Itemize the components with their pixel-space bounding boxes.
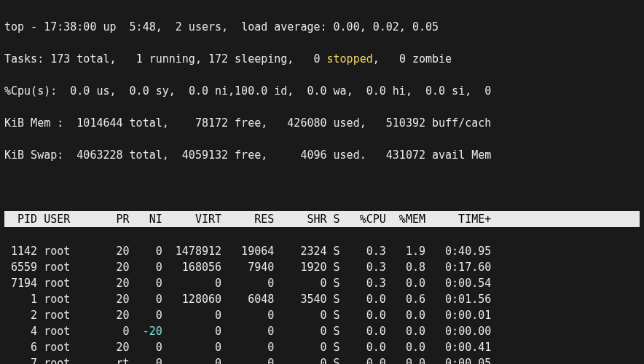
summary-line-tasks: Tasks: 173 total, 1 running, 172 sleepin… xyxy=(4,51,640,67)
table-row: 6 root 20 0 0 0 0 S 0.0 0.0 0:00.41 xyxy=(4,339,640,355)
column-header[interactable]: PID USER PR NI VIRT RES SHR S %CPU %MEM … xyxy=(4,211,640,227)
process-list: 1142 root 20 0 1478912 19064 2324 S 0.3 … xyxy=(4,243,640,364)
table-row: 1 root 20 0 128060 6048 3540 S 0.0 0.6 0… xyxy=(4,291,640,307)
blank-line xyxy=(4,179,640,195)
table-row: 7194 root 20 0 0 0 0 S 0.3 0.0 0:00.54 xyxy=(4,275,640,291)
table-row: 6559 root 20 0 168056 7940 1920 S 0.3 0.… xyxy=(4,259,640,275)
table-row: 4 root 0 -20 0 0 0 S 0.0 0.0 0:00.00 xyxy=(4,323,640,339)
stopped-highlight: stopped xyxy=(327,52,373,66)
summary-line-mem: KiB Mem : 1014644 total, 78172 free, 426… xyxy=(4,115,640,131)
summary-line-uptime: top - 17:38:00 up 5:48, 2 users, load av… xyxy=(4,19,640,35)
table-row: 2 root 20 0 0 0 0 S 0.0 0.0 0:00.01 xyxy=(4,307,640,323)
summary-line-swap: KiB Swap: 4063228 total, 4059132 free, 4… xyxy=(4,147,640,163)
terminal-view[interactable]: top - 17:38:00 up 5:48, 2 users, load av… xyxy=(0,0,644,364)
summary-line-cpu: %Cpu(s): 0.0 us, 0.0 sy, 0.0 ni,100.0 id… xyxy=(4,83,640,99)
nice-value: -20 xyxy=(136,325,162,338)
table-row: 7 root rt 0 0 0 0 S 0.0 0.0 0:00.05 xyxy=(4,355,640,364)
table-row: 1142 root 20 0 1478912 19064 2324 S 0.3 … xyxy=(4,243,640,259)
